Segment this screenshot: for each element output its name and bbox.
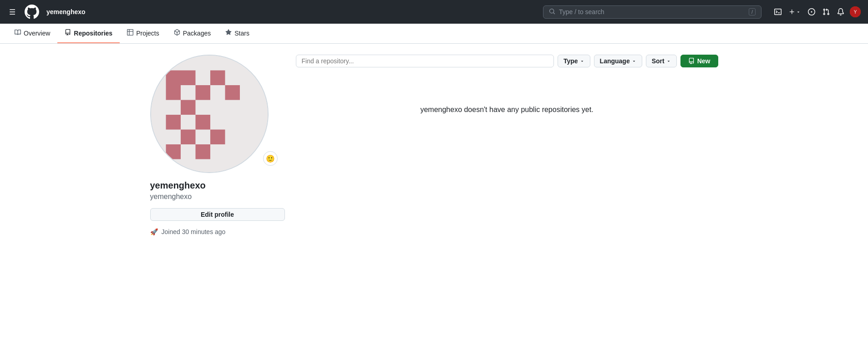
svg-rect-14	[166, 144, 181, 159]
book-icon	[15, 29, 21, 37]
star-icon	[225, 29, 232, 37]
tab-packages[interactable]: Packages	[167, 24, 218, 43]
svg-rect-12	[181, 130, 196, 145]
svg-rect-8	[225, 85, 240, 100]
avatar-container: 🙂	[150, 55, 285, 173]
tab-projects[interactable]: Projects	[120, 24, 167, 43]
profile-sidebar: 🙂 yemenghexo yemenghexo Edit profile 🚀 J…	[150, 55, 285, 235]
notifications-button[interactable]	[835, 6, 846, 17]
rocket-icon: 🚀	[150, 228, 158, 235]
svg-rect-4	[181, 71, 196, 86]
tab-packages-label: Packages	[183, 30, 211, 37]
top-navigation: ☰ yemenghexo Type / to search / Y	[0, 0, 868, 24]
find-repository-input[interactable]	[296, 55, 554, 67]
main-content: 🙂 yemenghexo yemenghexo Edit profile 🚀 J…	[143, 44, 726, 246]
profile-username: yemenghexo	[150, 193, 285, 201]
table-icon	[127, 29, 133, 37]
tab-repositories-label: Repositories	[74, 30, 112, 37]
nav-username: yemenghexo	[46, 8, 86, 15]
avatar-pattern-svg	[151, 56, 269, 173]
language-filter-label: Language	[600, 57, 630, 65]
user-avatar-nav[interactable]: Y	[850, 6, 861, 17]
empty-repositories-message: yemenghexo doesn't have any public repos…	[296, 78, 718, 141]
search-icon	[549, 8, 555, 16]
avatar-edit-button[interactable]: 🙂	[263, 151, 278, 166]
edit-profile-button[interactable]: Edit profile	[150, 208, 285, 221]
profile-tabs-bar: Overview Repositories Projects Packages …	[0, 24, 868, 44]
github-logo-icon	[25, 5, 39, 19]
svg-rect-11	[195, 115, 210, 130]
svg-rect-10	[166, 115, 181, 130]
create-new-button[interactable]	[787, 7, 802, 17]
issues-button[interactable]	[806, 6, 817, 17]
tab-overview-label: Overview	[24, 30, 50, 37]
smiley-icon: 🙂	[266, 154, 275, 163]
svg-text:Y: Y	[854, 10, 857, 15]
empty-message-text: yemenghexo doesn't have any public repos…	[296, 106, 718, 114]
new-repo-label: New	[697, 57, 711, 65]
svg-rect-15	[195, 144, 210, 159]
tab-projects-label: Projects	[136, 30, 159, 37]
repositories-content: Type Language Sort New yemenghexo doesn'…	[285, 55, 718, 235]
user-avatar	[150, 55, 269, 173]
profile-display-name: yemenghexo	[150, 180, 285, 191]
search-slash-hint: /	[749, 8, 756, 15]
repo-icon	[65, 29, 71, 37]
sort-label: Sort	[652, 57, 665, 65]
joined-info: 🚀 Joined 30 minutes ago	[150, 228, 285, 235]
chevron-down-icon	[580, 59, 584, 63]
svg-rect-5	[210, 71, 225, 86]
sort-button[interactable]: Sort	[646, 55, 677, 67]
type-filter-button[interactable]: Type	[558, 55, 590, 67]
svg-rect-7	[195, 85, 210, 100]
tab-stars-label: Stars	[234, 30, 249, 37]
terminal-button[interactable]	[772, 6, 783, 17]
type-filter-label: Type	[563, 57, 578, 65]
svg-rect-6	[166, 85, 181, 100]
pull-requests-button[interactable]	[821, 6, 832, 17]
repo-controls-bar: Type Language Sort New	[296, 55, 718, 67]
language-filter-button[interactable]: Language	[594, 55, 642, 67]
global-search-bar[interactable]: Type / to search /	[543, 5, 761, 19]
chevron-down-icon-2	[632, 59, 636, 63]
svg-rect-13	[210, 130, 225, 145]
chevron-down-icon-3	[666, 59, 671, 63]
joined-text: Joined 30 minutes ago	[162, 228, 226, 235]
hamburger-menu-button[interactable]: ☰	[7, 6, 17, 18]
tab-overview[interactable]: Overview	[7, 24, 57, 43]
tab-repositories[interactable]: Repositories	[57, 24, 120, 43]
svg-rect-9	[181, 100, 196, 115]
tab-stars[interactable]: Stars	[218, 24, 257, 43]
package-icon	[174, 29, 180, 37]
nav-actions: Y	[772, 6, 861, 17]
repo-new-icon	[688, 58, 695, 64]
new-repository-button[interactable]: New	[680, 55, 718, 67]
svg-rect-3	[166, 71, 181, 86]
search-placeholder-text: Type / to search	[559, 8, 745, 15]
